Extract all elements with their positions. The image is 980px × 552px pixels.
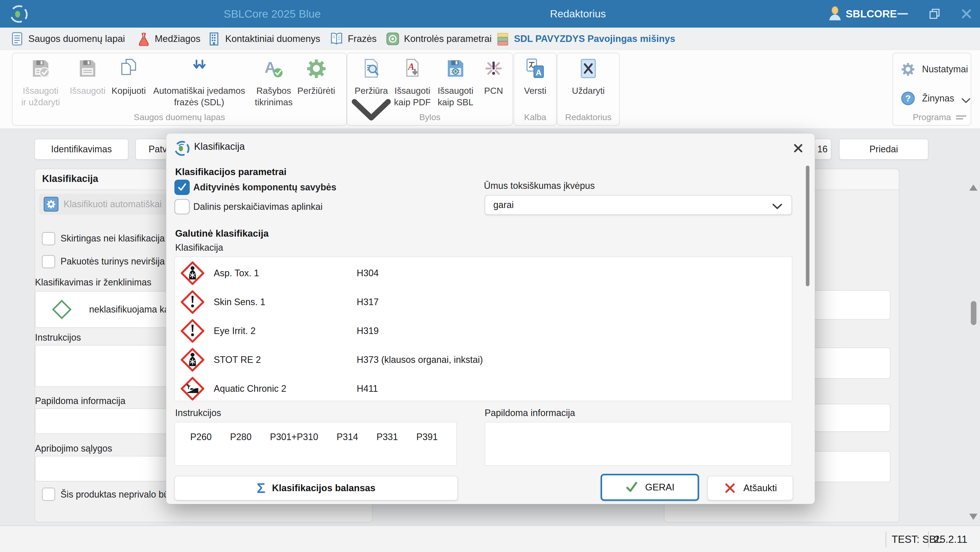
- svg-text:A: A: [536, 68, 542, 77]
- ghs08-health-hazard-icon: [181, 348, 205, 372]
- building-icon: [207, 32, 221, 46]
- background-field[interactable]: [812, 290, 890, 320]
- review-gear-icon: [305, 58, 327, 79]
- save-and-close-button[interactable]: Išsaugoti ir uždaryti: [13, 58, 69, 108]
- tab-sds-list[interactable]: Saugos duomenų lapai: [10, 27, 125, 50]
- ghs07-exclamation-icon: [181, 319, 205, 343]
- translate-button[interactable]: A Versti: [516, 58, 554, 96]
- product-exempt-checkbox[interactable]: [42, 488, 55, 501]
- tab-control-parameters[interactable]: Kontrolės parametrai: [385, 27, 492, 50]
- background-field[interactable]: [812, 404, 890, 432]
- sdl-doc-icon: [496, 32, 510, 46]
- account-name[interactable]: SBLCORE: [846, 0, 897, 27]
- app-title: SBLCore 2025 Blue: [224, 0, 321, 27]
- help-icon: ?: [900, 91, 915, 106]
- package-content-checkbox[interactable]: [42, 255, 55, 268]
- background-field[interactable]: [812, 348, 890, 379]
- save-icon: [77, 58, 98, 79]
- tab-label: Kontaktiniai duomenys: [225, 34, 320, 44]
- tab-phrases[interactable]: Frazės: [329, 27, 377, 50]
- spellcheck-icon: A: [263, 58, 285, 79]
- classification-row[interactable]: Aquatic Chronic 2 H411: [175, 374, 792, 403]
- dialog-title: Klasifikacija: [194, 141, 245, 152]
- ghs09-environment-icon: [181, 377, 205, 401]
- sbl-floppy-icon: [445, 58, 466, 79]
- flask-icon: [136, 32, 151, 46]
- green-diamond-icon: [51, 298, 73, 321]
- auto-phrases-arrows-icon: [188, 58, 210, 79]
- additional-info-label: Papildoma informacija: [485, 408, 575, 418]
- classification-row[interactable]: STOT RE 2 H373 (klausos organai, inkstai…: [175, 345, 792, 374]
- p-code[interactable]: P314: [337, 432, 358, 442]
- save-as-sbl-button[interactable]: Išsaugoti kaip SBL: [430, 58, 481, 108]
- close-editor-icon: [578, 58, 599, 79]
- ghs08-health-hazard-icon: [181, 261, 205, 285]
- minimize-button[interactable]: [891, 0, 914, 27]
- ribbon-group-label: Redaktorius: [557, 112, 619, 122]
- classification-balance-button[interactable]: Σ Klasifikacijos balansas: [174, 476, 458, 500]
- save-close-icon: [30, 58, 51, 79]
- scrollbar-thumb[interactable]: [971, 301, 977, 325]
- chevron-down-icon[interactable]: [961, 95, 971, 102]
- auto-phrases-button[interactable]: Automatiškai įvedamos frazės (SDL): [144, 58, 254, 108]
- dialog-close-button[interactable]: [791, 141, 805, 155]
- tab-label: Saugos duomenų lapai: [29, 34, 125, 44]
- tab-label: SDL PAVYZDYS Pavojingas mišinys: [514, 34, 675, 44]
- tab-contacts[interactable]: Kontaktiniai duomenys: [207, 27, 320, 50]
- ribbon: Išsaugoti ir uždaryti Išsaugoti Kopijuot…: [0, 50, 980, 129]
- p-code[interactable]: P331: [376, 432, 398, 442]
- maximize-button[interactable]: [923, 0, 946, 27]
- section-tab-attachments[interactable]: Priedai: [839, 139, 928, 160]
- additional-info-textarea[interactable]: [485, 422, 792, 466]
- p-code[interactable]: P301+P310: [270, 432, 318, 442]
- classification-list[interactable]: Asp. Tox. 1 H304 Skin Sens. 1 H317 Eye I…: [174, 257, 792, 401]
- tab-active-document[interactable]: SDL PAVYZDYS Pavojingas mišinys: [496, 27, 675, 50]
- close-icon: [960, 7, 973, 20]
- sigma-icon: Σ: [257, 482, 266, 495]
- ribbon-group-editor: Uždaryti Redaktorius: [557, 53, 620, 126]
- group-menu-icon[interactable]: [956, 114, 966, 121]
- classification-row[interactable]: Asp. Tox. 1 H304: [175, 258, 792, 287]
- classification-row[interactable]: Skin Sens. 1 H317: [175, 287, 792, 316]
- dialog-logo-icon: [173, 140, 190, 156]
- background-field[interactable]: [812, 451, 890, 482]
- p-code[interactable]: P280: [230, 432, 251, 442]
- check-icon: [177, 182, 187, 192]
- instructions-label: Instrukcijos: [175, 408, 221, 418]
- minimize-icon: [897, 13, 908, 14]
- settings-button[interactable]: Nustatymai: [900, 62, 968, 77]
- copy-icon: [118, 58, 139, 79]
- gear-icon: [900, 62, 915, 77]
- book-icon: [329, 32, 344, 46]
- p-codes-box[interactable]: P260 P280 P301+P310 P314 P331 P391: [174, 422, 457, 466]
- close-button[interactable]: [955, 0, 978, 27]
- svg-text:?: ?: [905, 93, 911, 103]
- section-tab-identification[interactable]: Identifikavimas: [35, 139, 129, 160]
- section-tab-16[interactable]: 16: [813, 139, 831, 160]
- scrollbar-up-arrow[interactable]: [969, 185, 977, 191]
- scrollbar-down-arrow[interactable]: [969, 514, 977, 520]
- classification-row[interactable]: Eye Irrit. 2 H319: [175, 316, 792, 345]
- partial-recalc-label: Dalinis perskaičiavimas aplinkai: [193, 201, 323, 212]
- p-code[interactable]: P391: [417, 432, 438, 442]
- pcn-button[interactable]: PCN: [478, 58, 509, 96]
- app-window: SBLCore 2025 Blue Redaktorius SBLCORE: [0, 0, 980, 552]
- tab-substances[interactable]: Medžiagos: [136, 27, 200, 50]
- dialog-scrollbar-thumb[interactable]: [806, 166, 810, 286]
- partial-recalc-checkbox[interactable]: [174, 199, 190, 214]
- different-classification-checkbox[interactable]: [42, 232, 55, 245]
- pdf-icon: A: [402, 58, 423, 79]
- status-bar: TEST: SBL 25.2.11: [0, 525, 980, 552]
- acute-toxicity-select[interactable]: garai: [485, 195, 792, 215]
- close-icon: [792, 142, 804, 154]
- p-code[interactable]: P260: [190, 432, 212, 442]
- additive-checkbox-label: Adityvinės komponentų savybės: [193, 182, 336, 193]
- help-button[interactable]: ? Žinynas: [900, 91, 971, 106]
- ok-button[interactable]: GERAI: [601, 474, 699, 501]
- review-button[interactable]: Peržiūrėti: [289, 58, 344, 96]
- cancel-button[interactable]: Atšaukti: [707, 476, 793, 500]
- close-editor-button[interactable]: Uždaryti: [563, 58, 614, 96]
- additive-checkbox[interactable]: [174, 180, 190, 195]
- ribbon-group-sds: Išsaugoti ir uždaryti Išsaugoti Kopijuot…: [12, 53, 347, 126]
- ribbon-group-language: A Versti Kalba: [514, 53, 557, 126]
